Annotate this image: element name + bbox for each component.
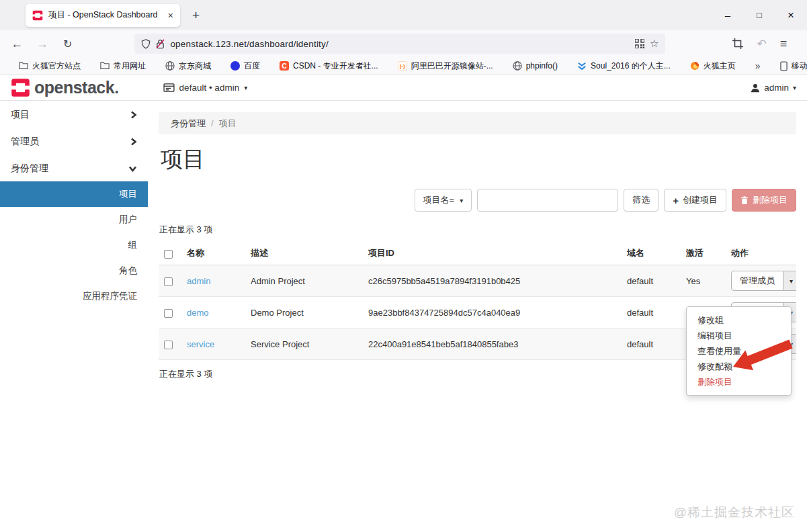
col-header-description: 描述 (245, 247, 363, 259)
alibaba-icon: (-) (398, 61, 407, 71)
chevron-down-icon: ▾ (793, 84, 796, 91)
baidu-icon (230, 61, 240, 71)
new-tab-button[interactable]: + (192, 8, 200, 23)
context-label: default • admin (179, 83, 240, 93)
undo-arrow-icon: ↶ (757, 37, 766, 51)
shield-icon[interactable] (141, 39, 151, 49)
url-text[interactable]: openstack.123.net/dashboard/identity/ (170, 39, 630, 49)
globe-icon (513, 61, 522, 71)
sidebar: 项目 管理员 身份管理 项目 用户 组 角色 应用程序凭证 (0, 101, 148, 532)
bookmark-item[interactable]: 百度 (230, 60, 260, 72)
breadcrumb: 身份管理 / 项目 (159, 112, 796, 134)
menu-item-delete-project[interactable]: 删除项目 (687, 374, 791, 390)
bookmark-item[interactable]: (-) 阿里巴巴开源镜像站-... (398, 60, 493, 72)
filter-field-select[interactable]: 项目名= ▾ (415, 189, 472, 212)
col-header-enabled: 激活 (681, 247, 726, 259)
forward-button: → (36, 37, 48, 51)
openstack-logo-icon (11, 78, 30, 97)
brand-text: openstack. (34, 78, 119, 97)
select-all-checkbox[interactable] (164, 250, 173, 259)
tab-close-icon[interactable]: × (168, 10, 173, 21)
bookmark-item[interactable]: 京东商城 (165, 60, 211, 72)
user-menu[interactable]: admin ▾ (751, 83, 796, 93)
window-minimize-button[interactable]: – (723, 9, 732, 21)
col-header-domain: 域名 (622, 247, 681, 259)
manage-members-button[interactable]: 管理成员 (732, 271, 783, 290)
chevron-down-icon (128, 165, 137, 172)
reload-button[interactable]: ↻ (63, 38, 72, 50)
sidebar-item-users[interactable]: 用户 (0, 207, 148, 232)
chevron-down-icon: ▾ (460, 197, 463, 204)
csdn-icon: C (280, 61, 289, 71)
menu-item-modify-groups[interactable]: 修改组 (687, 312, 791, 328)
firefox-window: 项目 - OpenStack Dashboard × + – □ × ← → ↻… (0, 0, 807, 532)
project-context-switcher[interactable]: default • admin ▾ (163, 83, 248, 93)
openstack-header: openstack. default • admin ▾ admin ▾ (0, 75, 807, 101)
back-button[interactable]: ← (11, 37, 23, 51)
user-icon (751, 83, 760, 93)
openstack-logo[interactable]: openstack. (11, 78, 119, 97)
row-actions-dropdown-toggle[interactable]: ▾ (783, 271, 796, 290)
insecure-lock-icon[interactable] (156, 39, 165, 49)
folder-icon (19, 62, 28, 70)
delete-projects-button[interactable]: 删除项目 (732, 189, 796, 212)
col-header-actions: 动作 (726, 247, 796, 259)
sidebar-item-projects[interactable]: 项目 (0, 181, 148, 207)
plus-icon: + (673, 195, 679, 206)
tab-title: 项目 - OpenStack Dashboard (48, 9, 163, 21)
tab-bar: 项目 - OpenStack Dashboard × + – □ × (0, 0, 807, 30)
table-actions-row: 项目名= ▾ 筛选 + 创建项目 删除项目 (159, 189, 796, 212)
screenshot-crop-icon[interactable] (732, 38, 743, 49)
sidebar-group-identity[interactable]: 身份管理 (0, 155, 148, 181)
table-row: admin Admin Project c26c5975bb5a4519a789… (159, 265, 796, 297)
bookmark-item[interactable]: C CSDN - 专业开发者社... (280, 60, 378, 72)
bookmark-item[interactable]: phpinfo() (513, 61, 558, 71)
filter-input[interactable] (477, 189, 618, 212)
sidebar-group-admin[interactable]: 管理员 (0, 128, 148, 154)
col-header-project-id: 项目ID (363, 247, 622, 259)
url-bar[interactable]: openstack.123.net/dashboard/identity/ ☆ (134, 34, 665, 54)
create-project-button[interactable]: + 创建项目 (664, 189, 726, 212)
window-maximize-button[interactable]: □ (755, 10, 764, 20)
globe-icon (165, 61, 175, 71)
sidebar-item-roles[interactable]: 角色 (0, 258, 148, 283)
trash-icon (740, 196, 749, 205)
breadcrumb-current: 项目 (219, 118, 237, 130)
chevron-right-icon (130, 138, 137, 146)
project-link[interactable]: service (187, 339, 214, 349)
project-card-icon (163, 83, 175, 92)
filter-button[interactable]: 筛选 (624, 189, 659, 212)
row-checkbox[interactable] (164, 309, 173, 318)
navigation-toolbar: ← → ↻ openstack.123.net/dashboard/identi… (0, 30, 807, 57)
chevron-down-icon: ▾ (244, 84, 247, 91)
bookmark-item[interactable]: 常用网址 (100, 60, 146, 72)
watermark: @稀土掘金技术社区 (674, 504, 795, 521)
folder-icon (100, 62, 110, 70)
bookmark-item[interactable]: Soul_2016 的个人主... (577, 60, 671, 72)
bookmarks-bar: 火狐官方站点 常用网址 京东商城 百度 C CSDN - 专业开发者社... (… (0, 57, 807, 75)
bookmark-item-mobile[interactable]: 移动设备上的书签 (780, 60, 807, 72)
row-checkbox[interactable] (164, 277, 173, 286)
sidebar-item-app-credentials[interactable]: 应用程序凭证 (0, 283, 148, 309)
bookmark-star-icon[interactable]: ☆ (650, 38, 659, 50)
bookmarks-overflow-chevron[interactable]: » (755, 60, 761, 71)
qr-code-icon[interactable] (635, 39, 644, 48)
table-header-row: 名称 描述 项目ID 域名 激活 动作 (159, 242, 796, 265)
row-checkbox[interactable] (164, 341, 173, 349)
col-header-name: 名称 (181, 247, 245, 259)
project-link[interactable]: admin (187, 276, 210, 286)
menu-hamburger-icon[interactable]: ≡ (780, 37, 788, 51)
window-controls: – □ × (723, 9, 807, 22)
window-close-button[interactable]: × (786, 9, 796, 22)
annotation-arrow (729, 337, 793, 374)
bookmark-item[interactable]: 火狐官方站点 (19, 60, 81, 72)
bookmark-item[interactable]: 火狐主页 (690, 60, 736, 72)
project-link[interactable]: demo (187, 308, 209, 318)
sidebar-group-project[interactable]: 项目 (0, 101, 148, 128)
sidebar-item-groups[interactable]: 组 (0, 232, 148, 258)
breadcrumb-parent[interactable]: 身份管理 (171, 118, 206, 130)
chevron-right-icon (130, 111, 137, 119)
firefox-icon (690, 61, 699, 71)
openstack-favicon-icon (32, 10, 43, 21)
browser-tab[interactable]: 项目 - OpenStack Dashboard × (26, 4, 180, 27)
